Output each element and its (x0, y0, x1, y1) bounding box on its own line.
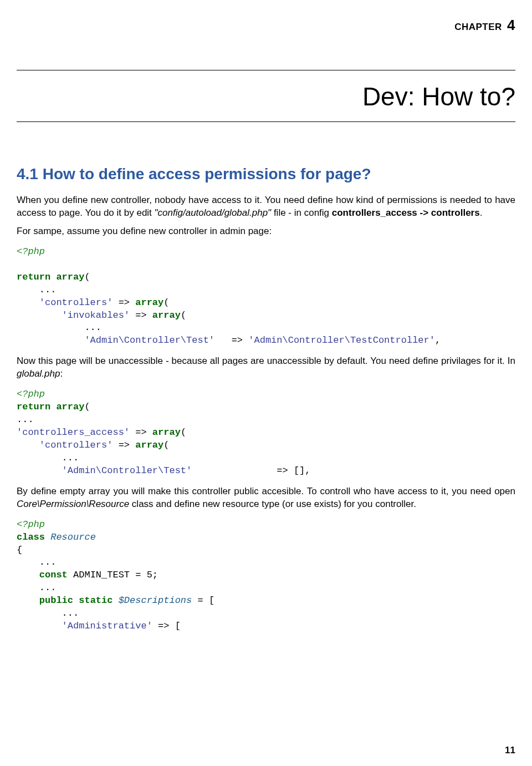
text: For sampe, assume you define new control… (17, 226, 272, 236)
text-bold: controllers_access -> controllers (332, 207, 480, 218)
code-punct: => (130, 310, 152, 321)
code-ident: $Descriptions (112, 595, 192, 606)
code-keyword: array (135, 297, 163, 308)
code-text: ... (17, 322, 101, 333)
chapter-title: Dev: How to? (17, 82, 515, 111)
spacer (17, 122, 515, 165)
page-number: 11 (505, 745, 515, 756)
code-string: 'Admin\Controller\Test' (17, 465, 192, 476)
code-number: 5 (147, 570, 152, 580)
code-keyword: array (135, 440, 163, 450)
code-text: ... (17, 285, 56, 295)
code-punct: ( (84, 402, 90, 412)
code-punct: ; (152, 570, 158, 580)
chapter-label: CHAPTER 4 (17, 17, 515, 34)
code-keyword: const (17, 570, 68, 580)
code-punct: => (214, 335, 248, 346)
page: CHAPTER 4 Dev: How to? 4.1 How to define… (0, 0, 532, 766)
code-keyword: array (50, 402, 84, 412)
code-text: ... (17, 608, 79, 618)
code-ident: Resource (45, 532, 96, 542)
code-punct: => [], (192, 465, 310, 476)
code-punct: , (435, 335, 441, 346)
code-punct: => (112, 297, 135, 308)
code-string: 'controllers' (17, 297, 112, 308)
code-keyword: array (152, 310, 181, 321)
text-italic: global.php (17, 368, 60, 379)
code-punct: => (112, 440, 135, 450)
code-punct: ( (163, 440, 169, 450)
section-title-text: How to define access permissions for pag… (43, 165, 371, 182)
code-keyword: public (17, 595, 73, 606)
code-keyword: static (73, 595, 112, 606)
section-heading: 4.1 How to define access permissions for… (17, 165, 515, 183)
code-block: <?php return array( ... 'controllers' =>… (17, 246, 515, 348)
code-text: ADMIN_TEST (68, 570, 130, 580)
code-keyword: array (152, 427, 181, 438)
code-punct: ( (84, 272, 90, 282)
code-punct: ( (181, 310, 186, 321)
code-string: 'invokables' (17, 310, 130, 321)
code-punct: = [ (192, 595, 214, 606)
code-punct: => (130, 427, 152, 438)
code-php-tag: <?php (17, 246, 45, 257)
text: class and define new resource type (or u… (129, 499, 416, 509)
text: By define empty array you will make this… (17, 486, 515, 496)
text-italic: "config/autoload/global.php" (155, 207, 272, 218)
code-keyword: return (17, 402, 50, 412)
text: Now this page will be unaccessible - bec… (17, 356, 515, 366)
code-string: 'controllers' (17, 440, 112, 450)
paragraph: Now this page will be unaccessible - bec… (17, 355, 515, 381)
code-block: <?php class Resource { ... const ADMIN_T… (17, 519, 515, 633)
text-italic: Core\Permission\Resource (17, 499, 129, 509)
paragraph: For sampe, assume you define new control… (17, 225, 515, 238)
code-string: 'Admin\Controller\TestController' (248, 335, 435, 346)
code-text: ... (17, 414, 34, 425)
text: : (60, 368, 63, 379)
code-text: ... (17, 557, 56, 567)
paragraph: When you define new controller, nobody h… (17, 194, 515, 220)
code-punct: ( (163, 297, 169, 308)
code-keyword: return (17, 272, 50, 282)
text: file - in config (271, 207, 332, 218)
code-keyword: class (17, 532, 45, 542)
code-punct: => [ (152, 621, 181, 631)
text: . (480, 207, 483, 218)
code-string: 'controllers_access' (17, 427, 130, 438)
rule-top (17, 70, 515, 70)
section-number: 4.1 (17, 165, 38, 182)
code-keyword: array (50, 272, 84, 282)
code-punct: = (130, 570, 147, 580)
code-block: <?php return array( ... 'controllers_acc… (17, 388, 515, 478)
code-punct: { (17, 545, 22, 555)
code-text: ... (17, 582, 56, 593)
paragraph: By define empty array you will make this… (17, 485, 515, 511)
chapter-number: 4 (507, 17, 515, 33)
code-php-tag: <?php (17, 389, 45, 399)
code-punct: ( (181, 427, 186, 438)
chapter-label-text: CHAPTER (454, 22, 502, 32)
code-string: 'Administrative' (17, 621, 152, 631)
code-text: ... (17, 453, 79, 463)
code-php-tag: <?php (17, 519, 45, 530)
code-string: 'Admin\Controller\Test' (17, 335, 214, 346)
